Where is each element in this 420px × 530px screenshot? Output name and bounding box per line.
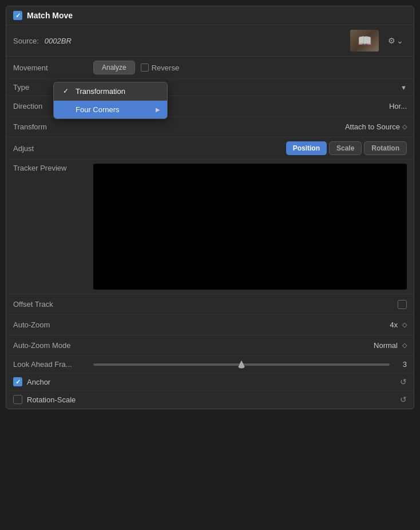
source-value: 0002BR xyxy=(45,37,344,45)
reverse-checkbox[interactable] xyxy=(141,64,149,72)
adjust-rotation-button[interactable]: Rotation xyxy=(364,141,407,155)
chevron-down-icon: ⌄ xyxy=(397,36,403,45)
type-option-four-corners[interactable]: Four Corners ▶ xyxy=(54,101,167,118)
movement-label: Movement xyxy=(13,64,88,72)
auto-zoom-value: 4x xyxy=(390,321,398,329)
reverse-checkbox-container: Reverse xyxy=(141,64,179,72)
anchor-checkbox[interactable] xyxy=(13,377,22,386)
auto-zoom-mode-label: Auto-Zoom Mode xyxy=(13,341,88,350)
look-ahead-slider-thumb xyxy=(237,361,245,369)
adjust-row: Adjust Position Scale Rotation xyxy=(6,137,414,160)
transform-value-container: Attach to Source ◇ xyxy=(88,122,407,131)
auto-zoom-stepper[interactable]: ◇ xyxy=(402,321,407,329)
checkmark-icon: ✓ xyxy=(63,87,71,95)
auto-zoom-mode-stepper[interactable]: ◇ xyxy=(402,342,407,349)
four-corners-option-label: Four Corners xyxy=(76,105,120,114)
tracker-preview-row: Tracker Preview xyxy=(6,160,414,294)
look-ahead-row: Look Ahead Fra... 3 xyxy=(6,356,414,373)
auto-zoom-value-container: 4x ◇ xyxy=(88,321,407,329)
tracker-preview-label: Tracker Preview xyxy=(13,164,88,172)
look-ahead-slider[interactable] xyxy=(93,363,390,366)
adjust-label: Adjust xyxy=(13,144,88,153)
book-icon: 📖 xyxy=(358,34,372,48)
auto-zoom-mode-row: Auto-Zoom Mode Normal ◇ xyxy=(6,335,414,356)
look-ahead-value: 3 xyxy=(395,360,407,369)
type-chevron-icon: ▼ xyxy=(401,84,407,91)
transform-label: Transform xyxy=(13,122,88,131)
offset-track-label: Offset Track xyxy=(13,300,88,308)
movement-row: Movement Analyze Reverse xyxy=(6,57,414,79)
offset-track-row: Offset Track xyxy=(6,294,414,315)
type-dropdown-menu: ✓ Transformation Four Corners ▶ xyxy=(53,82,168,119)
type-option-transformation[interactable]: ✓ Transformation xyxy=(54,82,167,101)
transform-row: Transform Attach to Source ◇ xyxy=(6,117,414,137)
auto-zoom-row: Auto-Zoom 4x ◇ xyxy=(6,315,414,335)
offset-track-checkbox-container xyxy=(88,300,407,309)
source-label: Source: xyxy=(13,37,39,45)
rotation-scale-checkbox[interactable] xyxy=(13,395,22,404)
panel-enable-checkbox[interactable] xyxy=(13,11,22,20)
tracker-preview-canvas xyxy=(93,164,407,290)
cursor-arrow-icon: ▶ xyxy=(156,106,160,113)
rotation-scale-row: Rotation-Scale ↺ xyxy=(6,391,414,409)
transformation-option-label: Transformation xyxy=(76,87,125,96)
offset-track-checkbox[interactable] xyxy=(398,300,407,309)
look-ahead-label: Look Ahead Fra... xyxy=(13,360,88,369)
panel-title: Match Move xyxy=(27,11,407,20)
match-move-panel: Match Move Source: 0002BR 📖 ⚙ ⌄ Movement… xyxy=(6,6,414,409)
anchor-label: Anchor xyxy=(27,378,50,386)
rotation-scale-reset-icon[interactable]: ↺ xyxy=(400,395,407,404)
gear-icon: ⚙ xyxy=(388,36,395,45)
auto-zoom-mode-value-container: Normal ◇ xyxy=(88,341,407,350)
type-row: Type ✓ Transformation Four Corners ▶ ▼ xyxy=(6,79,414,96)
transform-value: Attach to Source xyxy=(345,122,400,131)
adjust-position-button[interactable]: Position xyxy=(286,141,327,155)
adjust-scale-button[interactable]: Scale xyxy=(329,141,362,155)
panel-header: Match Move xyxy=(6,6,414,25)
anchor-row: Anchor ↺ xyxy=(6,373,414,391)
rotation-scale-label: Rotation-Scale xyxy=(27,395,76,404)
gear-button[interactable]: ⚙ ⌄ xyxy=(385,34,407,47)
source-row: Source: 0002BR 📖 ⚙ ⌄ xyxy=(6,25,414,57)
adjust-segmented-control: Position Scale Rotation xyxy=(88,141,407,155)
anchor-reset-icon[interactable]: ↺ xyxy=(400,377,407,386)
auto-zoom-label: Auto-Zoom xyxy=(13,321,88,329)
auto-zoom-mode-value: Normal xyxy=(374,341,398,350)
source-thumbnail[interactable]: 📖 xyxy=(350,30,379,52)
reverse-label: Reverse xyxy=(152,64,179,72)
analyze-button[interactable]: Analyze xyxy=(93,61,135,74)
transform-stepper[interactable]: ◇ xyxy=(402,123,407,130)
